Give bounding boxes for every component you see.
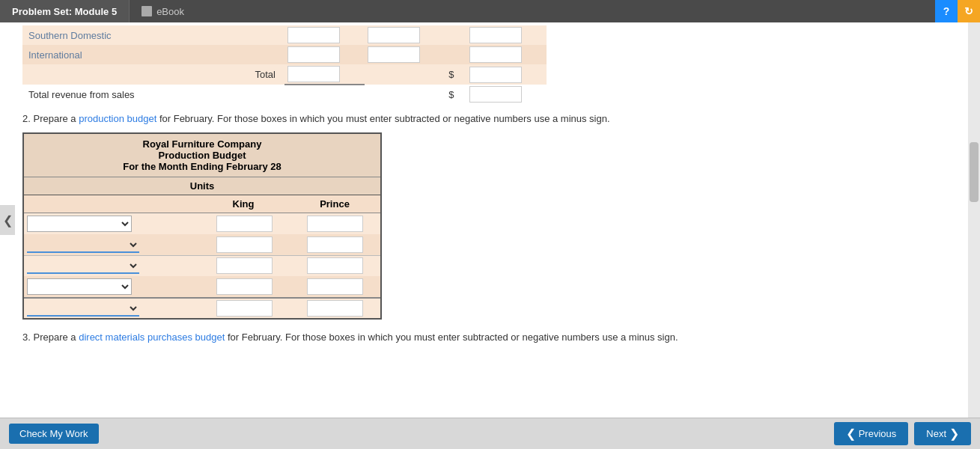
prod-row-king-3[interactable] — [199, 277, 290, 296]
row-label-southern: Southern Domestic — [22, 25, 284, 45]
bottom-bar: Check My Work ❮ Previous Next ❯ — [0, 418, 980, 449]
prod-row-label-2[interactable]: Estimated units sold Desired ending inve… — [24, 256, 199, 275]
total-input-2[interactable] — [466, 64, 547, 85]
ebook-label: eBook — [156, 6, 184, 17]
prod-row-king-1[interactable] — [199, 235, 290, 254]
nav-buttons: ❮ Previous Next ❯ — [834, 422, 971, 445]
prod-row-prince-0[interactable] — [290, 214, 380, 233]
scroll-area: Southern Domestic International — [0, 22, 968, 418]
prod-col-headers: King Prince — [24, 195, 380, 213]
col-header-label — [24, 195, 198, 213]
prod-row-king-4[interactable] — [199, 299, 290, 318]
king-input-3[interactable] — [216, 278, 273, 295]
row-label-revenue: Total revenue from sales — [22, 85, 284, 104]
southern-input-1[interactable] — [284, 25, 365, 45]
section3-rest: for February. For those boxes in which y… — [228, 332, 678, 343]
section2-number: 2. — [22, 113, 31, 124]
direct-materials-link[interactable]: direct materials purchases budget — [79, 332, 225, 343]
previous-label: Previous — [859, 428, 897, 439]
table-row: Total revenue from sales $ — [22, 85, 547, 104]
row-label-international: International — [22, 45, 284, 64]
intl-input-2[interactable] — [365, 45, 445, 64]
southern-input-3[interactable] — [466, 25, 547, 45]
problem-set-title: Problem Set: Module 5 — [0, 0, 130, 22]
prod-row-label-4[interactable]: Estimated units sold Desired ending inve… — [24, 299, 199, 318]
section3-text: Prepare a — [33, 332, 76, 343]
prod-row-prince-1[interactable] — [290, 235, 380, 254]
left-panel-toggle[interactable]: ❮ — [0, 205, 15, 235]
row-label-total: Total — [22, 64, 284, 85]
prod-data-row: Estimated units sold Desired ending inve… — [24, 255, 380, 276]
col-header-prince: Prince — [289, 195, 380, 213]
table-row: Total $ — [22, 64, 547, 85]
previous-button[interactable]: ❮ Previous — [834, 422, 909, 445]
prod-title-3: For the Month Ending February 28 — [27, 161, 377, 172]
prod-data-row: Estimated units sold Desired ending inve… — [24, 213, 380, 234]
book-icon — [141, 6, 152, 16]
prod-title-1: Royal Furniture Company — [27, 138, 377, 150]
prod-title-2: Production Budget — [27, 150, 377, 161]
sales-table: Southern Domestic International — [22, 25, 547, 104]
prod-row-prince-2[interactable] — [290, 256, 380, 275]
scrollbar-track[interactable] — [968, 22, 980, 418]
prod-row-label-1[interactable]: Estimated units sold Desired ending inve… — [24, 235, 199, 254]
prod-row-prince-4[interactable] — [290, 299, 380, 318]
king-input-4[interactable] — [216, 300, 273, 317]
section3-number: 3. — [22, 332, 31, 343]
next-button[interactable]: Next ❯ — [914, 422, 971, 445]
col-header-king: King — [198, 195, 289, 213]
ebook-tab[interactable]: eBook — [130, 6, 196, 17]
prince-input-1[interactable] — [307, 236, 363, 253]
prod-data-row: Estimated units sold Desired ending inve… — [24, 276, 380, 297]
prod-data-row: Estimated units sold Desired ending inve… — [24, 234, 380, 255]
production-budget-link[interactable]: production budget — [79, 113, 156, 124]
help-icon-btn[interactable]: ? — [935, 0, 958, 22]
total-input-1[interactable] — [284, 64, 365, 85]
top-bar: Problem Set: Module 5 eBook ? ↻ — [0, 0, 980, 22]
prod-row-king-2[interactable] — [199, 256, 290, 275]
prod-table-header: Royal Furniture Company Production Budge… — [24, 134, 380, 177]
prod-row-label-3[interactable]: Estimated units sold Desired ending inve… — [24, 277, 199, 296]
prince-input-4[interactable] — [307, 300, 363, 317]
prod-row-select-1[interactable]: Estimated units sold Desired ending inve… — [27, 236, 139, 253]
king-input-1[interactable] — [216, 236, 273, 253]
prince-input-3[interactable] — [307, 278, 363, 295]
production-budget-table: Royal Furniture Company Production Budge… — [22, 132, 382, 320]
check-my-work-button[interactable]: Check My Work — [9, 424, 99, 444]
refresh-icon-btn[interactable]: ↻ — [958, 0, 980, 22]
main-content: ❮ Southern Domestic International — [0, 22, 980, 418]
previous-arrow-icon: ❮ — [846, 427, 856, 441]
southern-input-2[interactable] — [365, 25, 445, 45]
prod-row-king-0[interactable] — [199, 214, 290, 233]
prince-input-2[interactable] — [307, 257, 363, 274]
prince-input-0[interactable] — [307, 216, 363, 232]
section3-label: 3. Prepare a direct materials purchases … — [22, 332, 946, 343]
next-arrow-icon: ❯ — [949, 427, 959, 441]
scrollbar-thumb[interactable] — [970, 142, 979, 202]
table-row: International — [22, 45, 547, 64]
right-icons: ? ↻ — [935, 0, 980, 22]
section2-rest: for February. For those boxes in which y… — [159, 113, 610, 124]
next-label: Next — [926, 428, 946, 439]
prod-units-row: Units — [24, 177, 380, 195]
king-input-0[interactable] — [216, 216, 273, 232]
section2-text: Prepare a — [33, 113, 76, 124]
prod-row-prince-3[interactable] — [290, 277, 380, 296]
intl-input-3[interactable] — [466, 45, 547, 64]
intl-input-1[interactable] — [284, 45, 365, 64]
king-input-2[interactable] — [216, 257, 273, 274]
prod-data-row: Estimated units sold Desired ending inve… — [24, 297, 380, 318]
prod-row-select-0[interactable]: Estimated units sold Desired ending inve… — [27, 216, 132, 232]
revenue-input[interactable] — [466, 85, 547, 104]
prod-row-select-4[interactable]: Estimated units sold Desired ending inve… — [27, 300, 139, 317]
prod-row-select-2[interactable]: Estimated units sold Desired ending inve… — [27, 257, 139, 274]
prod-row-label-0[interactable]: Estimated units sold Desired ending inve… — [24, 214, 199, 233]
prod-row-select-3[interactable]: Estimated units sold Desired ending inve… — [27, 278, 132, 295]
table-row: Southern Domestic — [22, 25, 547, 45]
units-label: Units — [190, 180, 215, 192]
section2-label: 2. Prepare a production budget for Febru… — [22, 112, 946, 126]
